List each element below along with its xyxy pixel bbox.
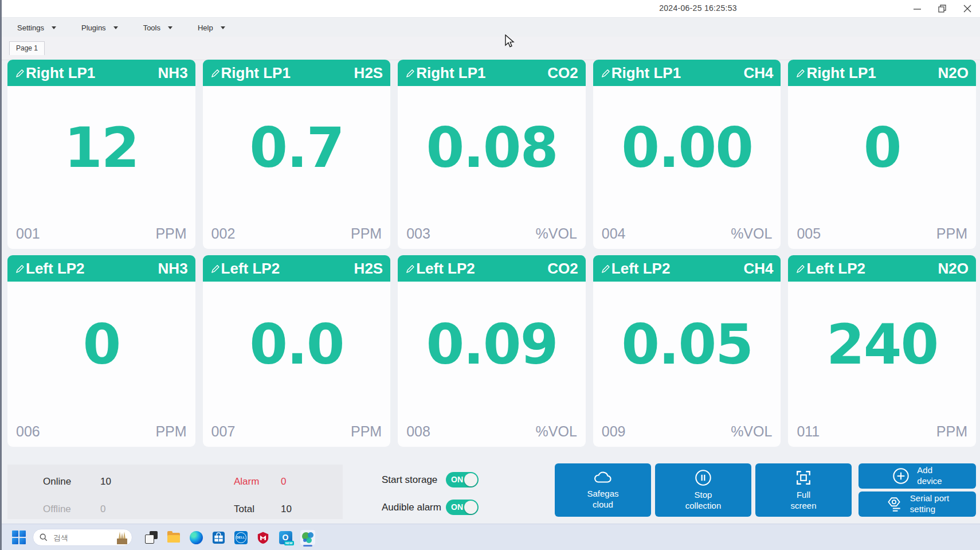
tab-page-1[interactable]: Page 1 — [9, 41, 45, 55]
offline-label: Offline — [43, 504, 71, 514]
gas-unit: %VOL — [731, 423, 772, 440]
device-id: 008 — [406, 423, 430, 440]
edit-icon[interactable] — [210, 264, 220, 274]
search-icon — [40, 533, 48, 541]
gas-type: H2S — [354, 260, 383, 278]
device-name: Left LP2 — [611, 260, 671, 278]
gas-value: 0.00 — [593, 86, 781, 225]
menu-label: Settings — [17, 24, 44, 32]
start-storage-toggle[interactable]: ON — [446, 472, 479, 487]
device-name: Left LP2 — [26, 260, 85, 278]
button-label: cloud — [587, 500, 618, 510]
edit-icon[interactable] — [405, 264, 415, 274]
offline-count: 0 — [100, 504, 105, 515]
pause-icon — [695, 469, 712, 486]
card-header: Right LP1 NH3 — [7, 60, 195, 86]
menu-label: Tools — [143, 24, 160, 32]
gas-value: 12 — [7, 86, 195, 225]
gas-type: CH4 — [743, 64, 773, 82]
gas-value: 0 — [788, 86, 976, 225]
close-button[interactable] — [955, 0, 980, 17]
fullscreen-icon — [795, 469, 812, 486]
edit-icon[interactable] — [15, 264, 25, 274]
gas-unit: PPM — [351, 423, 382, 440]
button-label: device — [917, 476, 942, 487]
edit-icon[interactable] — [601, 68, 610, 78]
device-name: Right LP1 — [416, 64, 485, 82]
safegas-cloud-button[interactable]: Safegascloud — [555, 463, 651, 517]
device-name: Right LP1 — [806, 64, 876, 82]
start-button[interactable] — [12, 531, 26, 544]
device-name: Left LP2 — [806, 260, 865, 278]
gas-value: 0.09 — [398, 282, 586, 423]
outlook-icon[interactable]: ONEW — [278, 530, 293, 545]
sensor-grid: Right LP1 NH3 12 001 PPM Right LP1 H2S 0… — [7, 60, 976, 447]
search-input[interactable] — [52, 533, 107, 543]
menu-tools[interactable]: Tools — [143, 24, 173, 32]
sensor-card: Right LP1 CH4 0.00 004 %VOL — [593, 60, 781, 249]
minimize-button[interactable] — [904, 0, 930, 17]
status-panel: Online 10 Alarm 0 Offline 0 Total 10 — [7, 465, 343, 519]
dell-icon[interactable]: DELL — [233, 530, 248, 545]
button-label: Stop — [685, 490, 722, 501]
minimize-icon — [914, 5, 921, 13]
task-view-icon[interactable] — [144, 530, 159, 545]
gas-unit: PPM — [936, 423, 967, 440]
add-device-button[interactable]: Adddevice — [859, 463, 976, 489]
file-explorer-icon[interactable] — [166, 530, 181, 545]
edit-icon[interactable] — [405, 68, 415, 78]
gas-type: CH4 — [743, 260, 773, 278]
edge-icon[interactable] — [189, 530, 203, 545]
menu-label: Plugins — [81, 24, 106, 32]
chevron-down-icon — [221, 26, 225, 29]
tab-strip: Page 1 — [2, 37, 980, 60]
microsoft-store-icon[interactable] — [211, 530, 226, 545]
edit-icon[interactable] — [601, 264, 610, 274]
gas-type: CO2 — [547, 64, 578, 82]
gas-unit: PPM — [351, 225, 382, 242]
online-label: Online — [43, 476, 71, 487]
mcafee-icon[interactable] — [256, 530, 271, 545]
clock-timestamp: 2024-06-25 16:25:53 — [649, 3, 747, 13]
edit-icon[interactable] — [795, 68, 805, 78]
total-status: Total 10 — [234, 504, 254, 515]
offline-status: Offline 0 — [43, 504, 71, 515]
edit-icon[interactable] — [15, 68, 25, 78]
restore-button[interactable] — [930, 0, 955, 17]
chevron-down-icon — [52, 26, 56, 29]
plus-circle-icon — [892, 467, 910, 485]
full-screen-button[interactable]: Fullscreen — [755, 463, 852, 517]
device-id: 001 — [16, 225, 40, 242]
safegas-app-icon[interactable] — [300, 530, 315, 545]
stop-collection-button[interactable]: Stopcollection — [655, 463, 751, 517]
button-label: collection — [685, 501, 722, 512]
device-id: 004 — [602, 225, 626, 242]
card-header: Right LP1 N2O — [788, 60, 976, 86]
serial-port-setting-button[interactable]: Serial portsetting — [859, 492, 976, 517]
gas-value: 0.7 — [203, 86, 391, 225]
card-header: Left LP2 CO2 — [398, 255, 586, 282]
menu-help[interactable]: Help — [198, 24, 225, 32]
gas-unit: PPM — [155, 423, 186, 440]
taskbar: DELL ONEW 1 26°C 부분적으로 맑음 A 오후 4:25 2024… — [2, 524, 980, 550]
edit-icon[interactable] — [210, 68, 220, 78]
audible-alarm-toggle[interactable]: ON — [446, 500, 479, 515]
taskbar-search[interactable] — [33, 529, 132, 546]
gas-value: 240 — [788, 282, 976, 423]
menu-settings[interactable]: Settings — [17, 24, 56, 32]
alarm-status: Alarm 0 — [234, 476, 259, 487]
edit-icon[interactable] — [795, 264, 805, 274]
port-settings-icon — [885, 496, 903, 512]
gas-value: 0.05 — [593, 282, 781, 423]
gas-type: H2S — [354, 64, 383, 82]
sensor-card: Right LP1 NH3 12 001 PPM — [7, 60, 195, 249]
search-daily-image[interactable] — [116, 531, 128, 544]
menu-plugins[interactable]: Plugins — [81, 24, 118, 32]
gas-value: 0 — [7, 282, 195, 423]
sensor-card: Right LP1 N2O 0 005 PPM — [788, 60, 976, 249]
sensor-card: Left LP2 NH3 0 006 PPM — [7, 255, 195, 447]
card-header: Right LP1 CH4 — [593, 60, 781, 86]
online-count: 10 — [100, 476, 111, 487]
window-controls — [904, 0, 980, 17]
cloud-icon — [593, 470, 613, 485]
